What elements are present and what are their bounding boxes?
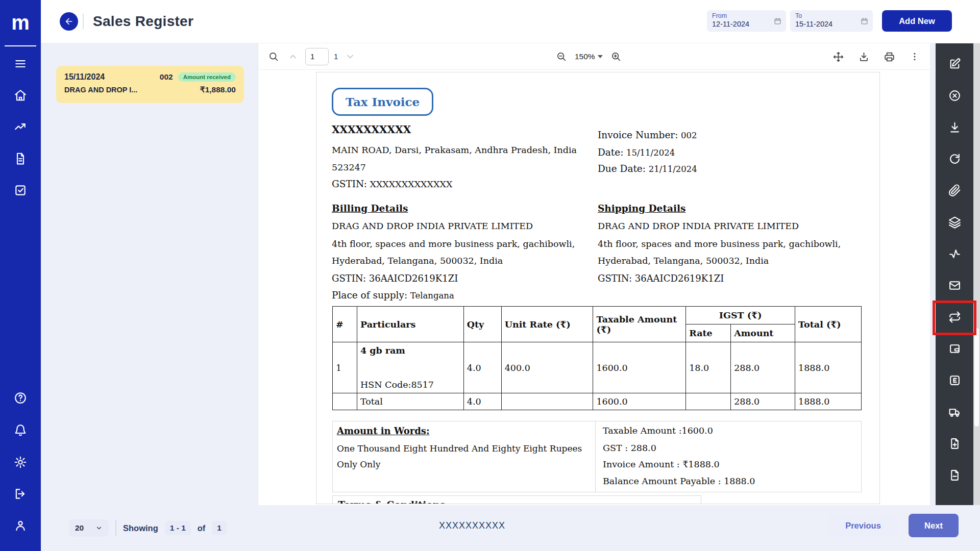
date-from-label: From: [712, 12, 781, 19]
total-qty: 4.0: [463, 393, 501, 410]
caret-down-icon: [598, 55, 603, 58]
attachment-button[interactable]: [943, 179, 966, 202]
amount-in-words-heading: Amount in Words:: [337, 425, 430, 436]
add-new-button[interactable]: Add New: [882, 10, 952, 32]
logout-button[interactable]: [9, 483, 32, 505]
file-minus-icon: [948, 469, 961, 482]
previous-page-button[interactable]: [286, 49, 300, 64]
e-square-icon: [948, 374, 961, 387]
calendar-icon[interactable]: [774, 17, 781, 25]
col-num: #: [333, 307, 357, 342]
next-button[interactable]: Next: [909, 514, 959, 537]
toolbar-scrollbar[interactable]: [973, 43, 980, 505]
recurring-button[interactable]: [943, 306, 966, 328]
total-total: 1888.0: [795, 393, 862, 410]
date-to-label: To: [795, 12, 868, 19]
search-button[interactable]: [266, 49, 281, 64]
e-invoice-button[interactable]: [943, 369, 966, 391]
help-button[interactable]: [9, 387, 32, 409]
search-icon: [268, 52, 279, 62]
check-square-icon: [14, 184, 27, 197]
zoom-in-button[interactable]: [609, 49, 623, 64]
trending-up-icon: [14, 120, 27, 134]
seller-address-2: 523247: [332, 162, 366, 172]
back-button[interactable]: [60, 12, 78, 31]
settings-button[interactable]: [9, 451, 32, 473]
remove-document-button[interactable]: [943, 464, 966, 486]
sidebar-item-reports[interactable]: [9, 116, 32, 138]
home-icon: [14, 89, 27, 102]
line-items-table: # Particulars Qty Unit Rate (₹) Taxable …: [332, 306, 862, 410]
more-options-button[interactable]: [908, 49, 922, 64]
sidebar-item-tasks[interactable]: [9, 179, 32, 202]
cell-num: 1: [333, 342, 357, 393]
next-page-button[interactable]: [343, 49, 357, 64]
chevron-up-icon: [288, 52, 298, 62]
cell-empty: [333, 393, 357, 410]
summary-taxable: Taxable Amount :1600.0: [603, 425, 713, 436]
brand-logo[interactable]: m: [0, 11, 41, 34]
tax-invoice-badge: Tax Invoice: [332, 88, 433, 116]
amount-in-words-line2: Only Only: [337, 459, 380, 469]
cell-amount: 288.0: [731, 342, 795, 393]
activity-icon: [948, 247, 961, 260]
cell-unit-rate: 400.0: [501, 342, 593, 393]
invoice-date-line: Date: 15/11/2024: [598, 147, 675, 158]
footer-divider: [115, 520, 116, 536]
item-hsn: HSN Code:8517: [360, 380, 434, 390]
layers-button[interactable]: [943, 211, 966, 233]
summary-gst: GST : 288.0: [603, 443, 656, 453]
printer-icon: [884, 52, 895, 62]
invoice-list-item[interactable]: 15/11/2024 002 Amount received DRAG AND …: [56, 66, 244, 103]
page-size-value: 20: [75, 523, 84, 533]
col-taxable: Taxable Amount (₹): [593, 307, 686, 342]
date-to-field[interactable]: To 15-11-2024: [790, 10, 873, 32]
profile-button[interactable]: [9, 514, 32, 537]
bell-icon: [14, 423, 27, 437]
delivery-challan-button[interactable]: [943, 400, 966, 423]
zoom-level-dropdown[interactable]: 150%: [575, 52, 603, 61]
x-circle-icon: [948, 89, 961, 102]
zoom-in-icon: [611, 52, 621, 62]
download-document-button[interactable]: [943, 116, 966, 138]
pan-button[interactable]: [831, 49, 845, 64]
zoom-out-button[interactable]: [554, 49, 569, 64]
notifications-button[interactable]: [9, 419, 32, 441]
page-size-select[interactable]: 20: [69, 519, 109, 537]
wallet-button[interactable]: [943, 337, 966, 360]
previous-button[interactable]: Previous: [828, 514, 898, 537]
layers-icon: [948, 216, 961, 229]
calendar-icon[interactable]: [861, 17, 868, 25]
add-document-button[interactable]: [943, 432, 966, 455]
showing-label: Showing: [123, 523, 158, 533]
invoice-date: 15/11/2024: [64, 72, 160, 82]
hamburger-icon: [14, 57, 27, 70]
cell-total: 1888.0: [795, 342, 862, 393]
cancel-button[interactable]: [943, 84, 966, 107]
sidebar-item-documents[interactable]: [9, 147, 32, 170]
edit-button[interactable]: [943, 53, 966, 75]
pdf-viewer: 1 150%: [258, 43, 930, 505]
shipping-address-1: 4th floor, spaces and more business park…: [598, 239, 841, 249]
sidebar-item-home[interactable]: [9, 84, 32, 107]
total-label: Total: [357, 393, 463, 410]
summary-invoice-amount: Invoice Amount : ₹1888.0: [603, 459, 720, 469]
logout-icon: [14, 487, 27, 500]
download-button[interactable]: [856, 49, 871, 64]
header: Sales Register From 12-11-2024 To 15-11-…: [41, 0, 980, 43]
menu-button[interactable]: [9, 53, 32, 75]
summary-divider: [595, 421, 596, 492]
sync-button[interactable]: [943, 147, 966, 170]
print-button[interactable]: [882, 49, 896, 64]
activity-button[interactable]: [943, 242, 966, 265]
page-title: Sales Register: [93, 13, 193, 30]
page-number-input[interactable]: [305, 48, 329, 65]
col-particulars: Particulars: [357, 307, 463, 342]
cell-rate: 18.0: [686, 342, 731, 393]
date-from-field[interactable]: From 12-11-2024: [707, 10, 786, 32]
scrollbar-thumb[interactable]: [974, 328, 979, 427]
seller-gstin: GSTIN: XXXXXXXXXXXXX: [332, 179, 452, 189]
shipping-name: DRAG AND DROP INDIA PRIVATE LIMITED: [598, 221, 799, 231]
email-button[interactable]: [943, 274, 966, 296]
party-name: DRAG AND DROP I...: [64, 86, 200, 94]
